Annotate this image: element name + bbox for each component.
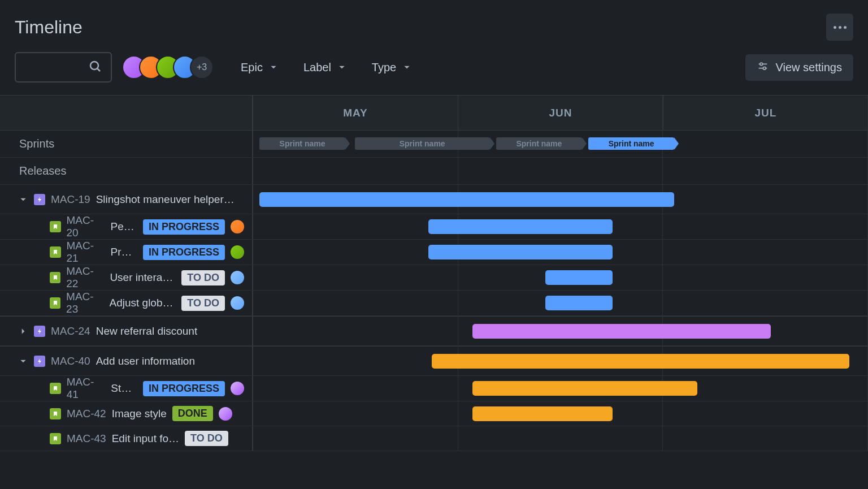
sprint-pill[interactable]: Sprint name [259, 137, 345, 150]
chevron-down-icon [338, 61, 346, 74]
task-row[interactable]: MAC-20 Per… IN PROGRESS [0, 214, 868, 240]
issue-key: MAC-23 [66, 291, 103, 315]
filter-type[interactable]: Type [372, 61, 411, 74]
month-header: JUN [458, 96, 663, 130]
svg-point-0 [90, 62, 98, 70]
issue-key: MAC-41 [67, 376, 106, 401]
sprint-pill[interactable]: Sprint name [588, 137, 674, 150]
filter-label[interactable]: Label [303, 61, 346, 74]
more-icon [834, 26, 836, 29]
epic-icon [34, 356, 45, 367]
issue-key: MAC-19 [51, 193, 90, 206]
sprint-pill[interactable]: Sprint name [355, 137, 490, 150]
filter-epic[interactable]: Epic [241, 61, 277, 74]
status-badge: TO DO [185, 431, 228, 446]
month-header: MAY [253, 96, 458, 130]
chevron-down-icon [270, 61, 277, 74]
issue-title: Slingshot maneuver helper… [96, 193, 235, 206]
issue-title: Pro… [111, 246, 137, 258]
issue-key: MAC-21 [67, 240, 105, 265]
story-icon [50, 383, 61, 394]
timeline-grid: MAY JUN JUL Sprints Sprint nameSprint na… [0, 95, 868, 451]
assignee-avatar[interactable] [231, 271, 244, 284]
status-badge: IN PROGRESS [143, 219, 225, 235]
task-row[interactable]: MAC-21 Pro… IN PROGRESS [0, 240, 868, 265]
task-row[interactable]: MAC-43 Edit input fo… TO DO [0, 426, 868, 451]
issue-title: Add user information [96, 355, 195, 367]
story-icon [50, 433, 61, 444]
issue-title: User interac… [110, 271, 176, 284]
timeline-bar[interactable] [545, 270, 613, 285]
assignee-avatar[interactable] [219, 407, 232, 421]
timeline-bar[interactable] [259, 192, 674, 207]
sprints-lane[interactable]: Sprint nameSprint nameSprint nameSprint … [253, 131, 868, 157]
assignee-avatar[interactable] [231, 245, 244, 259]
epic-row[interactable]: MAC-24 New referral discount [0, 317, 868, 346]
svg-point-4 [760, 63, 762, 66]
story-icon [50, 246, 61, 258]
svg-line-1 [98, 69, 101, 72]
issue-title: Adjust globa… [110, 297, 176, 309]
timeline-bar[interactable] [472, 324, 771, 339]
story-icon [50, 272, 60, 283]
epic-icon [34, 326, 45, 337]
issue-key: MAC-42 [67, 408, 106, 420]
issue-key: MAC-40 [51, 355, 90, 367]
svg-point-5 [763, 67, 766, 70]
task-row[interactable]: MAC-42 Image style DONE [0, 401, 868, 426]
status-badge: IN PROGRESS [143, 381, 225, 396]
story-icon [50, 221, 61, 232]
story-icon [50, 297, 60, 309]
issue-key: MAC-22 [66, 265, 104, 290]
page-title: Timeline [15, 17, 83, 38]
epic-row[interactable]: MAC-19 Slingshot maneuver helper… [0, 185, 868, 214]
view-settings-button[interactable]: View settings [745, 54, 853, 81]
chevron-right-icon[interactable] [19, 327, 28, 335]
status-badge: DONE [172, 406, 213, 421]
epic-icon [34, 194, 45, 205]
releases-lane[interactable] [253, 158, 868, 184]
timeline-bar[interactable] [428, 219, 613, 234]
chevron-down-icon[interactable] [19, 196, 28, 204]
more-menu-button[interactable] [826, 14, 853, 41]
timeline-bar[interactable] [472, 406, 613, 421]
status-badge: IN PROGRESS [143, 245, 225, 260]
timeline-bar[interactable] [472, 381, 697, 396]
story-icon [50, 408, 61, 419]
issue-title: New referral discount [96, 325, 198, 337]
search-icon [88, 59, 102, 75]
avatar-group[interactable]: +3 [122, 55, 214, 79]
timeline-bar[interactable] [432, 354, 850, 369]
releases-row: Releases [0, 158, 868, 185]
releases-label: Releases [0, 158, 253, 184]
timeline-bar[interactable] [428, 245, 613, 259]
sprint-pill[interactable]: Sprint name [496, 137, 582, 150]
timeline-bar[interactable] [545, 296, 613, 310]
issue-title: Edit input fo… [112, 432, 179, 445]
assignee-avatar[interactable] [231, 382, 244, 395]
side-column-header [0, 96, 253, 130]
sprints-label: Sprints [0, 131, 253, 157]
issue-title: Image style [112, 408, 167, 420]
issue-key: MAC-20 [67, 214, 105, 239]
month-header: JUL [663, 96, 868, 130]
issue-title: Sta… [111, 382, 137, 395]
assignee-avatar[interactable] [231, 296, 244, 310]
issue-key: MAC-24 [51, 325, 90, 337]
task-row[interactable]: MAC-22 User interac… TO DO [0, 265, 868, 291]
assignee-avatar[interactable] [231, 220, 244, 233]
chevron-down-icon [403, 61, 411, 74]
issue-key: MAC-43 [67, 432, 106, 445]
avatar-more[interactable]: +3 [190, 55, 214, 79]
sprints-row: Sprints Sprint nameSprint nameSprint nam… [0, 131, 868, 158]
epic-row[interactable]: MAC-40 Add user information [0, 347, 868, 376]
status-badge: TO DO [181, 270, 225, 285]
chevron-down-icon[interactable] [19, 357, 28, 365]
issue-title: Per… [111, 220, 137, 233]
status-badge: TO DO [181, 296, 225, 311]
task-row[interactable]: MAC-41 Sta… IN PROGRESS [0, 376, 868, 401]
task-row[interactable]: MAC-23 Adjust globa… TO DO [0, 291, 868, 316]
sliders-icon [757, 60, 769, 75]
search-input[interactable] [15, 52, 112, 83]
